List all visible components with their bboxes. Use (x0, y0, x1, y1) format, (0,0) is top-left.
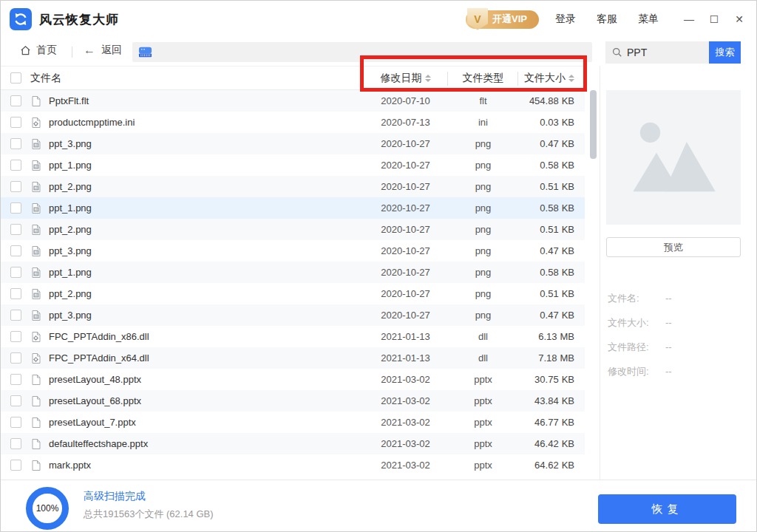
table-row[interactable]: ppt_1.png 2020-10-27 png 0.58 KB (1, 197, 585, 219)
file-date: 2020-10-27 (363, 160, 448, 171)
preview-button[interactable]: 预览 (606, 237, 741, 257)
file-date: 2020-10-27 (363, 310, 448, 321)
progress-ring: 100% (26, 487, 69, 530)
file-name: productcmpptime.ini (49, 117, 135, 128)
table-row[interactable]: presetLayout_68.pptx 2021-03-02 pptx 43.… (1, 390, 585, 412)
table-row[interactable]: ppt_1.png 2020-10-27 png 0.58 KB (1, 262, 585, 283)
file-size: 6.13 MB (518, 331, 585, 342)
table-row[interactable]: FPC_PPTAddin_x64.dll 2021-01-13 dll 7.18… (1, 347, 585, 369)
table-row[interactable]: ppt_1.png 2020-10-27 png 0.58 KB (1, 154, 585, 176)
scrollbar-thumb[interactable] (590, 90, 597, 159)
table-row[interactable]: ppt_2.png 2020-10-27 png 0.51 KB (1, 219, 585, 240)
table-row[interactable]: ppt_3.png 2020-10-27 png 0.47 KB (1, 304, 585, 326)
app-window: 风云恢复大师 V 开通VIP 登录 客服 菜单 — ☐ ✕ 首页 ← 返回 (0, 0, 757, 532)
size-sort-icon[interactable] (568, 75, 574, 82)
file-size-unit: KB (562, 288, 574, 299)
file-name-cell: mark.pptx (21, 460, 363, 471)
file-size: 0.47 KB (518, 138, 585, 149)
row-check-cell (1, 310, 21, 321)
file-type-icon (30, 310, 42, 321)
file-name-cell: FPC_PPTAddin_x86.dll (21, 331, 363, 343)
table-row[interactable]: productcmpptime.ini 2020-07-13 ini 0.03 … (1, 112, 585, 133)
search-input[interactable] (627, 47, 697, 58)
file-size: 7.18 MB (518, 352, 585, 364)
image-placeholder-icon (627, 111, 720, 204)
file-name-cell: ppt_2.png (21, 224, 363, 236)
table-row[interactable]: FPC_PPTAddin_x86.dll 2021-01-13 dll 6.13… (1, 326, 585, 347)
file-size-unit: KB (562, 438, 574, 449)
row-checkbox[interactable] (10, 374, 21, 385)
file-type-icon (30, 224, 42, 236)
home-button[interactable]: 首页 (20, 44, 57, 57)
row-checkbox[interactable] (10, 224, 21, 235)
file-name: ppt_2.png (49, 224, 92, 235)
file-date: 2020-10-27 (363, 138, 448, 149)
customer-service-link[interactable]: 客服 (597, 13, 617, 26)
file-name-cell: FPC_PPTAddin_x64.dll (21, 352, 363, 364)
info-row-modified: 修改时间: -- (608, 359, 753, 383)
row-checkbox[interactable] (10, 417, 21, 428)
table-row[interactable]: ppt_3.png 2020-10-27 png 0.47 KB (1, 240, 585, 262)
recover-button[interactable]: 恢复 (598, 494, 736, 524)
select-all-checkbox[interactable] (10, 72, 21, 83)
file-size: 46.77 KB (518, 417, 585, 428)
address-bar[interactable] (132, 42, 592, 62)
row-checkbox[interactable] (10, 181, 21, 192)
close-button[interactable]: ✕ (730, 13, 749, 25)
row-checkbox[interactable] (10, 202, 21, 214)
row-checkbox[interactable] (10, 138, 21, 149)
row-check-cell (1, 138, 21, 149)
toolbar-divider (72, 47, 72, 58)
row-checkbox[interactable] (10, 117, 21, 128)
info-value: -- (665, 293, 672, 304)
name-column-header[interactable]: 文件名 (21, 72, 363, 85)
row-checkbox[interactable] (10, 245, 21, 256)
date-column-header[interactable]: 修改日期 (363, 72, 448, 85)
info-value: -- (665, 366, 672, 377)
select-all-cell (1, 72, 21, 83)
row-checkbox[interactable] (10, 395, 21, 406)
table-row[interactable]: ppt_2.png 2020-10-27 png 0.51 KB (1, 176, 585, 197)
maximize-button[interactable]: ☐ (705, 13, 724, 25)
row-check-cell (1, 160, 21, 171)
row-check-cell (1, 288, 21, 299)
row-checkbox[interactable] (10, 331, 21, 342)
size-column-header[interactable]: 文件大小 (518, 72, 585, 85)
table-row[interactable]: presetLayout_7.pptx 2021-03-02 pptx 46.7… (1, 412, 585, 433)
file-name: presetLayout_48.pptx (49, 374, 141, 385)
minimize-button[interactable]: — (679, 13, 699, 25)
table-row[interactable]: ppt_2.png 2020-10-27 png 0.51 KB (1, 283, 585, 304)
table-row[interactable]: ppt_3.png 2020-10-27 png 0.47 KB (1, 133, 585, 154)
row-checkbox[interactable] (10, 95, 21, 106)
row-checkbox[interactable] (10, 438, 21, 449)
search-button[interactable]: 搜索 (709, 41, 741, 64)
row-checkbox[interactable] (10, 310, 21, 321)
vip-button[interactable]: V 开通VIP (466, 10, 539, 29)
file-size-unit: KB (562, 117, 574, 128)
file-size-unit: KB (562, 202, 574, 214)
type-column-header[interactable]: 文件类型 (448, 72, 518, 85)
row-checkbox[interactable] (10, 288, 21, 299)
table-row[interactable]: defaulteffectshape.pptx 2021-03-02 pptx … (1, 433, 585, 454)
info-row-filename: 文件名: -- (608, 286, 753, 310)
file-type-icon (30, 460, 42, 471)
file-date: 2020-10-27 (363, 202, 448, 214)
date-sort-icon[interactable] (425, 75, 431, 82)
menu-link[interactable]: 菜单 (638, 13, 659, 26)
row-checkbox[interactable] (10, 267, 21, 278)
file-size-unit: MB (560, 352, 575, 364)
login-link[interactable]: 登录 (555, 13, 576, 26)
row-checkbox[interactable] (10, 160, 21, 171)
row-checkbox[interactable] (10, 352, 21, 364)
table-row[interactable]: presetLayout_48.pptx 2021-03-02 pptx 30.… (1, 369, 585, 390)
row-checkbox[interactable] (10, 460, 21, 471)
file-size-unit: KB (562, 417, 574, 428)
file-type-icon (30, 181, 42, 193)
table-row[interactable]: PptxFlt.flt 2020-07-10 flt 454.88 KB (1, 90, 585, 112)
file-date: 2020-07-10 (363, 95, 448, 106)
search-box[interactable] (605, 41, 709, 64)
file-type: png (448, 138, 518, 149)
back-button[interactable]: ← 返回 (84, 44, 122, 57)
table-row[interactable]: mark.pptx 2021-03-02 pptx 64.62 KB (1, 454, 585, 476)
file-size-value: 46.42 (534, 438, 559, 449)
